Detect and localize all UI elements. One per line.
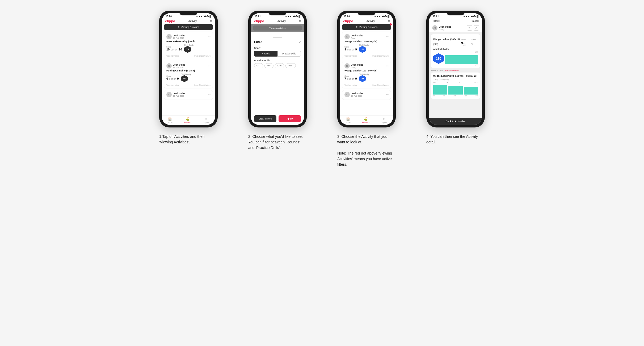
cancel-btn-4[interactable]: Cancel (472, 20, 479, 22)
out-of-4: OUT OF (464, 42, 469, 46)
edit-icon-4: ✏ (469, 27, 471, 29)
phone-1: 13:20 ▲▲▲ WiFi ▓ clippd Activity ≡ ⚙ V (159, 11, 218, 127)
viewing-banner-1[interactable]: ⚙ Viewing Activities (164, 24, 213, 30)
expand-btn-4[interactable]: ⤢ (474, 25, 479, 31)
quality-badge-3-2: 118 (359, 75, 366, 82)
apply-btn-2[interactable]: Apply (279, 115, 301, 122)
avatar-3-3: JC (344, 92, 350, 97)
dots-menu-3-3[interactable]: ••• (386, 93, 389, 96)
dots-menu-1-2[interactable]: ••• (208, 65, 211, 67)
drag-handle-2[interactable] (273, 37, 282, 38)
app-title-2: Activity (277, 20, 286, 23)
app-label-4: APP (445, 64, 478, 66)
nav-activities-3[interactable]: ⛳ Activities (362, 117, 369, 123)
dashed-line-label: - - - 124 → (470, 82, 478, 83)
stat-group-quality-1-2: Shot Quality 45 (181, 73, 191, 82)
user-info-3-2: JC Josh Coles Today (344, 63, 363, 69)
caption-2: 2. Choose what you'd like to see. You ca… (248, 134, 307, 151)
user-details-3-3: Josh Coles 28 Feb 2023 (351, 92, 363, 97)
score-inline-3-1: 9 OUT OF 9 (344, 48, 357, 51)
session-chart-4: 132 129 124 - - - 124 → 6 (433, 82, 478, 97)
activity-card-3-2[interactable]: JC Josh Coles Today ••• Wedge Ladder (10… (342, 61, 391, 88)
data-capture-1-1: Data: Clippd Capture (194, 55, 211, 57)
app-bar-1: clippd Activity ≡ (162, 18, 215, 24)
capture-label-1: Capture (203, 121, 209, 123)
activity-card-1-3: JC Josh Coles 28 Feb 2023 ••• (164, 90, 213, 100)
dots-menu-1-1[interactable]: ••• (208, 35, 211, 38)
avg-quality-title-4: Avg Shot Quality (433, 48, 478, 50)
dots-menu-1-3[interactable]: ••• (208, 93, 211, 96)
app-title-3: Activity (367, 20, 375, 23)
clear-filters-btn-2[interactable]: Clear Filters (254, 115, 276, 122)
detail-body-4: Wedge Ladder (100–140 yds) Score 9 OUT O… (429, 32, 482, 118)
viewing-label-dim-2: Viewing Activities (269, 27, 285, 29)
card-footer-1-1: Test Information Data: Clippd Capture (166, 54, 211, 57)
user-details-4: Josh Coles Today (439, 25, 451, 31)
menu-icon-1[interactable]: ≡ (210, 19, 212, 23)
practice-btn-2[interactable]: Practice Drills (277, 51, 301, 57)
score-label-1-2: Score (166, 75, 179, 77)
user-name-3-1: Josh Coles (351, 34, 363, 37)
pill-app-2[interactable]: APP (264, 63, 273, 68)
status-icons-3: ▲▲▲ WiFi ▓ (374, 15, 389, 18)
nav-activities-1[interactable]: ⛳ Activities (184, 117, 191, 123)
caption-1: 1.Tap on Activities and then 'Viewing Ac… (159, 134, 218, 145)
out-of-3-2: OUT OF (347, 78, 354, 80)
user-details-3-1: Josh Coles Today (351, 34, 363, 39)
activity-card-1-1[interactable]: JC Josh Coles 28 Feb 2023 ••• Must Make … (164, 32, 213, 59)
test-info-1-1: Test Information (166, 55, 179, 57)
card-header-1-2: JC Josh Coles 28 Feb 2023 ••• (166, 63, 211, 69)
pill-ott-2[interactable]: OTT (254, 63, 263, 68)
back-to-activities-btn-4[interactable]: Back to Activities (429, 118, 482, 125)
pill-putt-2[interactable]: PUTT (285, 63, 296, 68)
menu-icon-2[interactable]: ≡ (299, 19, 301, 23)
stat-group-score-3-1: Score 9 OUT OF 9 (344, 46, 357, 51)
signal-icon-2: ▲▲▲ (285, 15, 292, 18)
status-icons-4: ▲▲▲ WiFi ▓ (463, 15, 478, 18)
menu-icon-3[interactable]: ≡ (388, 19, 390, 23)
session-header-4: Player Activity > Practice Session (431, 70, 480, 71)
wifi-icon-4: WiFi (471, 15, 476, 18)
user-date-1-3: 28 Feb 2023 (173, 95, 185, 97)
dots-menu-3-1[interactable]: ••• (386, 35, 389, 38)
activity-card-3-1[interactable]: JC Josh Coles Today ••• Wedge Ladder (10… (342, 32, 391, 59)
bar-app-4 (445, 55, 478, 64)
activity-card-1-2[interactable]: JC Josh Coles 28 Feb 2023 ••• Putting Co… (164, 61, 213, 88)
nav-home-3[interactable]: 🏠 Home (346, 117, 351, 123)
nav-home-1[interactable]: 🏠 Home (167, 117, 172, 123)
edit-btn-4[interactable]: ✏ (467, 25, 472, 31)
viewing-banner-3[interactable]: ⚙ Viewing Activities (342, 24, 391, 30)
dots-menu-3-2[interactable]: ••• (386, 65, 389, 67)
session-link-4[interactable]: Practice Session (445, 70, 459, 71)
capture-icon-1: ⊕ (205, 117, 207, 121)
logo-2: clippd (254, 19, 264, 23)
battery-icon-4: ▓ (477, 15, 478, 18)
capture-icon-3: ⊕ (383, 117, 385, 121)
test-info-3-1: Test Information (344, 55, 357, 57)
filter-title-2: Filter (254, 40, 262, 44)
card-header-1-3: JC Josh Coles 28 Feb 2023 ••• (166, 92, 211, 97)
phone-inner-4: 13:21 ▲▲▲ WiFi ▓ < Back Cancel JC (429, 13, 482, 125)
card-header-3-2: JC Josh Coles Today ••• (344, 63, 389, 69)
nav-capture-1[interactable]: ⊕ Capture (203, 117, 209, 123)
app-title-1: Activity (188, 20, 197, 23)
bar-axis-4: 60 80 100 120 140 (433, 95, 478, 97)
close-btn-2[interactable]: ✕ (298, 41, 301, 44)
avatar-1-1: JC (166, 34, 172, 39)
back-btn-4[interactable]: < Back (432, 20, 440, 22)
notch-3 (357, 11, 376, 15)
dim-banner-2: Viewing Activities (251, 24, 304, 32)
nav-capture-3[interactable]: ⊕ Capture (381, 117, 388, 123)
detail-drill-header-4: Wedge Ladder (100–140 yds) Score 9 OUT O… (433, 36, 478, 46)
quality-badge-3-1: 130 (359, 46, 366, 53)
user-date-1-2: 28 Feb 2023 (173, 66, 185, 69)
session-card-4: Wedge Ladder (100–140 yds) - 06 Mar 23 ↗… (431, 72, 480, 99)
pill-arg-2[interactable]: ARG (275, 63, 284, 68)
drill-name-4: Wedge Ladder (100–140 yds) (433, 36, 461, 46)
time-4: 13:21 (433, 15, 439, 18)
rounds-btn-2[interactable]: Rounds (254, 51, 277, 57)
home-label-3: Home (346, 121, 351, 123)
quality-val-3-2: 118 (360, 77, 364, 80)
settings-icon-1: ⚙ (178, 26, 180, 28)
session-bar-3 (464, 87, 478, 95)
